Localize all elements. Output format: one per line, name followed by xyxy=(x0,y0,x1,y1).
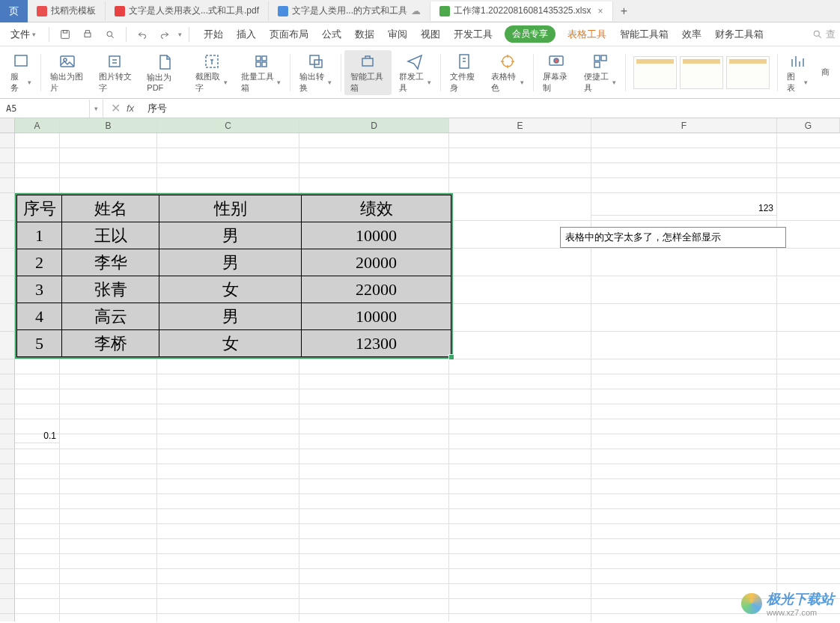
row-header[interactable] xyxy=(0,464,15,479)
grid-cell[interactable] xyxy=(777,133,840,148)
grid-cell[interactable] xyxy=(777,163,840,178)
grid-cell[interactable] xyxy=(591,479,777,494)
table-header-cell[interactable]: 性别 xyxy=(159,195,302,222)
grid-cell[interactable] xyxy=(60,148,157,163)
grid-cell[interactable] xyxy=(449,464,591,479)
rib-screenshot-text[interactable]: 截图取字▾ xyxy=(189,50,234,95)
grid-cell[interactable] xyxy=(777,554,840,569)
grid-cell[interactable] xyxy=(299,584,449,599)
menu-dev[interactable]: 开发工具 xyxy=(452,25,494,44)
grid-cell[interactable] xyxy=(60,359,157,374)
rib-table-features[interactable]: 表格特色▾ xyxy=(485,50,529,95)
grid-cell[interactable] xyxy=(777,524,840,539)
menu-vip[interactable]: 会员专享 xyxy=(505,25,556,43)
table-cell[interactable]: 高云 xyxy=(62,303,159,330)
row-header[interactable] xyxy=(0,359,15,374)
rib-group-send[interactable]: 群发工具▾ xyxy=(393,50,437,95)
grid-cell[interactable] xyxy=(777,479,840,494)
row-header[interactable] xyxy=(0,479,15,494)
rib-chart[interactable]: 图表▾ xyxy=(781,50,814,95)
grid-cell[interactable] xyxy=(591,374,777,389)
grid-cell[interactable] xyxy=(60,434,157,449)
grid-cell[interactable] xyxy=(157,449,299,464)
grid-cell[interactable] xyxy=(449,359,591,374)
grid-cell[interactable] xyxy=(777,419,840,434)
grid-cell[interactable] xyxy=(299,389,449,404)
tab-templates[interactable]: 找稻壳模板 xyxy=(28,1,106,21)
row-header[interactable] xyxy=(0,494,15,509)
grid-cell[interactable] xyxy=(299,449,449,464)
grid-cell[interactable] xyxy=(449,419,591,434)
grid-cell[interactable] xyxy=(777,464,840,479)
grid-cell[interactable] xyxy=(15,479,60,494)
table-cell[interactable]: 1 xyxy=(17,222,62,249)
grid-cell[interactable] xyxy=(449,584,591,599)
grid-cell[interactable] xyxy=(591,554,777,569)
table-cell[interactable]: 12300 xyxy=(302,330,451,357)
grid-cell[interactable] xyxy=(299,419,449,434)
rib-smart-toolbox[interactable]: 智能工具箱 xyxy=(344,50,392,95)
grid-cell[interactable] xyxy=(591,332,777,359)
grid-cell[interactable] xyxy=(591,304,777,332)
grid-cell[interactable] xyxy=(449,569,591,584)
grid-cell[interactable] xyxy=(299,404,449,419)
grid-cell[interactable] xyxy=(15,449,60,464)
grid-cell[interactable] xyxy=(299,133,449,148)
grid-cell[interactable] xyxy=(157,479,299,494)
col-header-d[interactable]: D xyxy=(299,118,449,133)
grid-cell[interactable] xyxy=(299,359,449,374)
grid-cell[interactable] xyxy=(15,389,60,404)
menu-finance[interactable]: 财务工具箱 xyxy=(713,25,765,44)
grid-cell[interactable] xyxy=(15,569,60,584)
row-header[interactable] xyxy=(0,419,15,434)
menu-smart-tools[interactable]: 智能工具箱 xyxy=(618,25,670,44)
grid-cell[interactable] xyxy=(591,276,777,304)
grid-cell[interactable] xyxy=(157,494,299,509)
grid-cell[interactable] xyxy=(777,539,840,554)
grid-cell[interactable] xyxy=(591,569,777,584)
grid-cell[interactable] xyxy=(15,148,60,163)
rib-commerce[interactable]: 商 xyxy=(815,50,836,95)
grid-cell[interactable] xyxy=(15,133,60,148)
grid-cell[interactable] xyxy=(591,178,777,193)
file-menu[interactable]: 文件▾ xyxy=(4,28,42,41)
grid-cell[interactable] xyxy=(15,178,60,193)
grid-cell[interactable] xyxy=(157,554,299,569)
table-header-cell[interactable]: 绩效 xyxy=(302,195,451,222)
cells-area[interactable]: 序号姓名性别绩效1王以男100002李华男200003张青女220004高云男1… xyxy=(15,133,840,622)
table-cell[interactable]: 20000 xyxy=(302,249,451,276)
col-header-b[interactable]: B xyxy=(60,118,157,133)
row-header[interactable] xyxy=(0,584,15,599)
grid-cell[interactable] xyxy=(591,494,777,509)
tab-word[interactable]: 文字是人类用...的方式和工具 ☁ xyxy=(269,1,430,21)
table-header-cell[interactable]: 序号 xyxy=(17,195,62,222)
row-header[interactable] xyxy=(0,276,15,304)
rib-batch-tools[interactable]: 批量工具箱▾ xyxy=(235,50,287,95)
search-box[interactable]: 查 xyxy=(812,28,836,41)
grid-cell[interactable] xyxy=(449,494,591,509)
row-header[interactable] xyxy=(0,193,15,221)
grid-cell[interactable] xyxy=(157,178,299,193)
table-cell[interactable]: 3 xyxy=(17,276,62,303)
grid-cell[interactable] xyxy=(60,554,157,569)
rib-service[interactable]: 服务▾ xyxy=(4,50,37,95)
grid-cell[interactable] xyxy=(157,419,299,434)
table-cell[interactable]: 男 xyxy=(159,249,302,276)
row-header[interactable] xyxy=(0,614,15,622)
grid-cell[interactable] xyxy=(777,359,840,374)
grid-cell[interactable] xyxy=(777,148,840,163)
menu-data[interactable]: 数据 xyxy=(353,25,376,44)
row-header[interactable] xyxy=(0,509,15,524)
formula-input[interactable] xyxy=(141,103,840,114)
grid-cell[interactable] xyxy=(591,359,777,374)
table-cell[interactable]: 李桥 xyxy=(62,330,159,357)
undo-button[interactable] xyxy=(133,25,151,43)
preview-button[interactable] xyxy=(101,25,119,43)
grid-cell[interactable] xyxy=(157,464,299,479)
grid-cell[interactable] xyxy=(777,389,840,404)
table-header-cell[interactable]: 姓名 xyxy=(62,195,159,222)
grid-cell[interactable] xyxy=(157,148,299,163)
grid-cell[interactable] xyxy=(449,178,591,193)
grid-cell[interactable] xyxy=(777,249,840,276)
grid-cell[interactable] xyxy=(157,163,299,178)
